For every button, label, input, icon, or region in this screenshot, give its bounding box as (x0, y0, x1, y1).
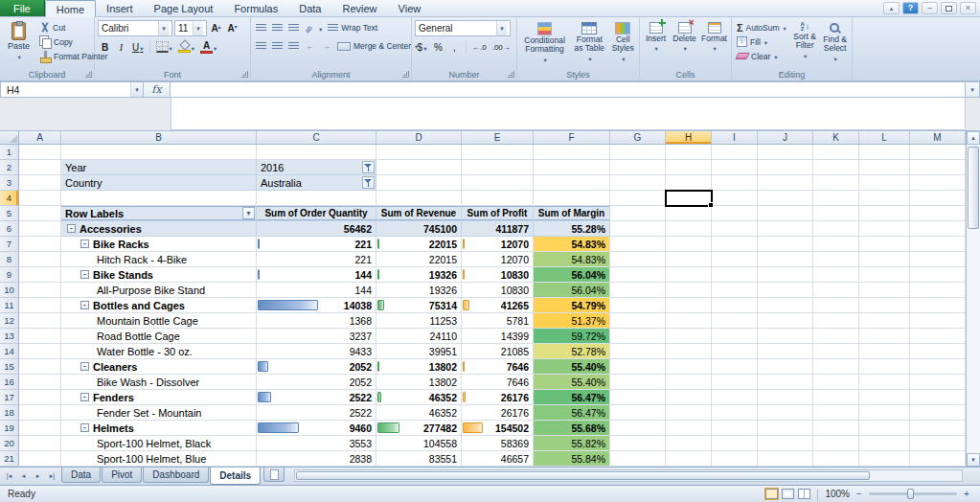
cell-M20[interactable] (910, 436, 966, 451)
sheet-tab-pivot[interactable]: Pivot (102, 468, 142, 483)
align-right-button[interactable] (286, 38, 301, 54)
cell-styles-button[interactable]: Cell Styles (610, 20, 636, 66)
row-header-5[interactable]: 5 (0, 206, 19, 221)
cell-M12[interactable] (910, 313, 966, 329)
cell-C12[interactable]: 1368 (257, 313, 376, 329)
decrease-indent-button[interactable]: ← (303, 38, 317, 54)
cell-J15[interactable] (758, 359, 813, 375)
cell-E17[interactable]: 26176 (462, 390, 534, 405)
cell-E7[interactable]: 12070 (462, 237, 534, 252)
cell-G15[interactable] (610, 359, 666, 375)
cell-D8[interactable]: 22015 (376, 252, 462, 267)
row-header-7[interactable]: 7 (0, 237, 19, 252)
scroll-down-icon[interactable] (967, 453, 980, 467)
cell-A2[interactable] (19, 160, 61, 175)
horizontal-scrollbar[interactable] (294, 469, 963, 482)
cell-L20[interactable] (859, 436, 910, 451)
cell-M2[interactable] (910, 160, 966, 175)
horizontal-scroll-thumb[interactable] (296, 471, 869, 480)
cell-I13[interactable] (712, 329, 758, 344)
column-header-F[interactable]: F (534, 131, 610, 144)
cell-D13[interactable]: 24110 (376, 329, 462, 344)
cell-H15[interactable] (666, 359, 712, 375)
cell-F1[interactable] (534, 145, 610, 160)
cell-K5[interactable] (813, 206, 859, 221)
cell-B21[interactable]: Sport-100 Helmet, Blue (61, 451, 257, 467)
cell-C20[interactable]: 3553 (257, 436, 376, 451)
select-all-corner[interactable] (0, 131, 19, 144)
cell-H8[interactable] (666, 252, 712, 267)
row-header-14[interactable]: 14 (0, 344, 19, 359)
cell-E13[interactable]: 14399 (462, 329, 534, 344)
cell-G4[interactable] (610, 191, 666, 206)
cell-F18[interactable]: 56.47% (534, 405, 610, 421)
cell-H4[interactable] (666, 191, 712, 206)
cell-E10[interactable]: 10830 (462, 283, 534, 298)
cell-I7[interactable] (712, 237, 758, 252)
cell-D9[interactable]: 19326 (376, 267, 462, 283)
cell-I15[interactable] (712, 359, 758, 375)
cell-C5[interactable]: Sum of Order Quantity (257, 206, 376, 221)
cell-A10[interactable] (19, 283, 61, 298)
cell-H17[interactable] (666, 390, 712, 405)
cell-G5[interactable] (610, 206, 666, 221)
cell-D7[interactable]: 22015 (376, 237, 462, 252)
ribbon-tab-formulas[interactable]: Formulas (223, 0, 288, 16)
font-size-select[interactable]: 11 (174, 20, 207, 36)
format-as-table-button[interactable]: Format as Table (572, 20, 607, 66)
format-cells-button[interactable]: Format (700, 20, 728, 56)
zoom-out-button[interactable]: − (854, 489, 865, 499)
cell-A19[interactable] (19, 421, 61, 436)
cell-K13[interactable] (813, 329, 859, 344)
cell-D3[interactable] (376, 175, 462, 191)
cell-C2[interactable]: 2016 (257, 160, 376, 175)
cell-K21[interactable] (813, 451, 859, 467)
insert-cells-button[interactable]: Insert (643, 20, 669, 56)
cell-M5[interactable] (910, 206, 966, 221)
cell-J4[interactable] (758, 191, 813, 206)
cell-L2[interactable] (859, 160, 910, 175)
clipboard-dialog-launcher-icon[interactable] (85, 71, 92, 78)
cell-B3[interactable]: Country (61, 175, 257, 191)
cell-C17[interactable]: 2522 (257, 390, 376, 405)
cell-H1[interactable] (666, 145, 712, 160)
cell-K9[interactable] (813, 267, 859, 283)
cell-H3[interactable] (666, 175, 712, 191)
align-top-button[interactable] (254, 20, 268, 35)
cell-M7[interactable] (910, 237, 966, 252)
cell-L15[interactable] (859, 359, 910, 375)
row-header-3[interactable]: 3 (0, 175, 19, 191)
cell-A15[interactable] (19, 359, 61, 375)
cell-C7[interactable]: 221 (257, 237, 376, 252)
row-header-1[interactable]: 1 (0, 145, 19, 160)
row-header-19[interactable]: 19 (0, 421, 19, 436)
cell-B4[interactable] (61, 191, 257, 206)
row-header-10[interactable]: 10 (0, 283, 19, 298)
cell-E18[interactable]: 26176 (462, 405, 534, 421)
number-format-dropdown-icon[interactable] (496, 21, 507, 35)
cell-J1[interactable] (758, 145, 813, 160)
cell-A20[interactable] (19, 436, 61, 451)
cell-I11[interactable] (712, 298, 758, 313)
increase-indent-button[interactable]: → (319, 38, 333, 54)
cell-K10[interactable] (813, 283, 859, 298)
cell-D1[interactable] (376, 145, 462, 160)
column-header-I[interactable]: I (712, 131, 758, 144)
cell-C16[interactable]: 2052 (257, 375, 376, 390)
column-header-K[interactable]: K (813, 131, 859, 144)
cell-L4[interactable] (859, 191, 910, 206)
cell-E14[interactable]: 21085 (462, 344, 534, 359)
cell-I3[interactable] (712, 175, 758, 191)
cell-H14[interactable] (666, 344, 712, 359)
cell-I21[interactable] (712, 451, 758, 467)
cell-F14[interactable]: 52.78% (534, 344, 610, 359)
cell-A12[interactable] (19, 313, 61, 329)
cell-I1[interactable] (712, 145, 758, 160)
cell-F3[interactable] (534, 175, 610, 191)
collapse-button[interactable]: - (80, 362, 89, 371)
scroll-up-icon[interactable] (967, 131, 980, 145)
cell-I5[interactable] (712, 206, 758, 221)
cell-B12[interactable]: Mountain Bottle Cage (61, 313, 257, 329)
cell-E8[interactable]: 12070 (462, 252, 534, 267)
column-header-H[interactable]: H (666, 131, 712, 144)
